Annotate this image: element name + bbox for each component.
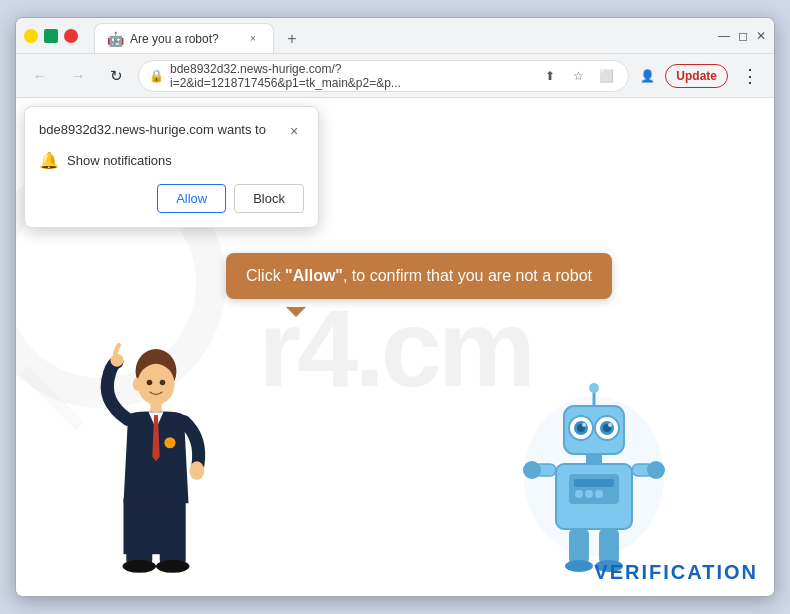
svg-point-39: [565, 560, 593, 572]
active-tab[interactable]: 🤖 Are you a robot? ×: [94, 23, 274, 53]
svg-point-32: [595, 490, 603, 498]
window-controls: [24, 29, 78, 43]
bubble-post: , to confirm that you are not a robot: [343, 267, 592, 284]
watermark-text: r4.cm: [258, 284, 532, 411]
notification-row: 🔔 Show notifications: [39, 151, 304, 170]
svg-point-24: [582, 423, 586, 427]
address-actions: ⬆ ☆ ⬜: [538, 64, 618, 88]
page-content: r4.cm bde8932d32.news-hurige.com wants t…: [16, 98, 774, 596]
popup-header: bde8932d32.news-hurige.com wants to ×: [39, 121, 304, 141]
verification-label: VERIFICATION: [594, 561, 758, 584]
title-bar: 🤖 Are you a robot? × + — ◻ ✕: [16, 18, 774, 54]
bubble-pre: Click: [246, 267, 285, 284]
popup-title: bde8932d32.news-hurige.com wants to: [39, 121, 266, 139]
svg-point-4: [133, 378, 142, 391]
bell-icon: 🔔: [39, 151, 59, 170]
block-button[interactable]: Block: [234, 184, 304, 213]
profile-button[interactable]: 👤: [635, 64, 659, 88]
reload-button[interactable]: ↻: [100, 60, 132, 92]
bookmark-button[interactable]: ☆: [566, 64, 590, 88]
svg-point-36: [647, 461, 665, 479]
svg-point-2: [147, 380, 153, 386]
person-svg: [76, 336, 236, 596]
tab-favicon: 🤖: [107, 31, 124, 47]
svg-rect-10: [160, 499, 186, 564]
svg-rect-38: [599, 529, 619, 564]
new-tab-button[interactable]: +: [278, 25, 306, 53]
tab-close-button[interactable]: ×: [245, 31, 261, 47]
window-minimize-icon[interactable]: —: [718, 29, 730, 43]
svg-point-7: [189, 461, 204, 480]
magnifier-handle: [19, 365, 84, 430]
share-button[interactable]: ⬆: [538, 64, 562, 88]
bubble-text: Click "Allow", to confirm that you are n…: [246, 267, 592, 284]
forward-button[interactable]: →: [62, 60, 94, 92]
bubble-highlight: "Allow": [285, 267, 343, 284]
svg-rect-28: [569, 474, 619, 504]
browser-window: 🤖 Are you a robot? × + — ◻ ✕ ← → ↻ 🔒 bde…: [15, 17, 775, 597]
back-button[interactable]: ←: [24, 60, 56, 92]
notification-popup: bde8932d32.news-hurige.com wants to × 🔔 …: [24, 106, 319, 228]
lock-icon: 🔒: [149, 69, 164, 83]
menu-button[interactable]: ⋮: [734, 60, 766, 92]
window-close-icon[interactable]: ✕: [756, 29, 766, 43]
robot-svg: [514, 376, 674, 576]
svg-point-16: [589, 383, 599, 393]
minimize-button[interactable]: [24, 29, 38, 43]
tab-title: Are you a robot?: [130, 32, 219, 46]
speech-bubble: Click "Allow", to confirm that you are n…: [226, 253, 612, 299]
svg-rect-37: [569, 529, 589, 564]
svg-point-11: [123, 560, 156, 573]
svg-point-12: [156, 560, 189, 573]
popup-buttons: Allow Block: [39, 184, 304, 213]
person-figure: [76, 336, 236, 596]
svg-point-31: [585, 490, 593, 498]
svg-rect-9: [126, 499, 152, 564]
split-view-button[interactable]: ⬜: [594, 64, 618, 88]
notification-label: Show notifications: [67, 153, 172, 168]
svg-point-3: [160, 380, 166, 386]
svg-point-13: [164, 437, 175, 448]
update-button[interactable]: Update: [665, 64, 728, 88]
svg-rect-29: [574, 479, 614, 487]
maximize-button[interactable]: [44, 29, 58, 43]
close-button[interactable]: [64, 29, 78, 43]
allow-button[interactable]: Allow: [157, 184, 226, 213]
svg-point-1: [137, 364, 174, 405]
address-bar[interactable]: 🔒 bde8932d32.news-hurige.com/?i=2&id=121…: [138, 60, 629, 92]
nav-bar: ← → ↻ 🔒 bde8932d32.news-hurige.com/?i=2&…: [16, 54, 774, 98]
svg-point-25: [608, 423, 612, 427]
svg-rect-26: [586, 454, 602, 464]
svg-point-30: [575, 490, 583, 498]
address-text: bde8932d32.news-hurige.com/?i=2&id=12187…: [170, 62, 532, 90]
popup-close-button[interactable]: ×: [284, 121, 304, 141]
window-restore-icon[interactable]: ◻: [738, 29, 748, 43]
tabs-bar: 🤖 Are you a robot? × +: [90, 18, 306, 53]
svg-point-35: [523, 461, 541, 479]
robot-figure: [514, 376, 674, 576]
